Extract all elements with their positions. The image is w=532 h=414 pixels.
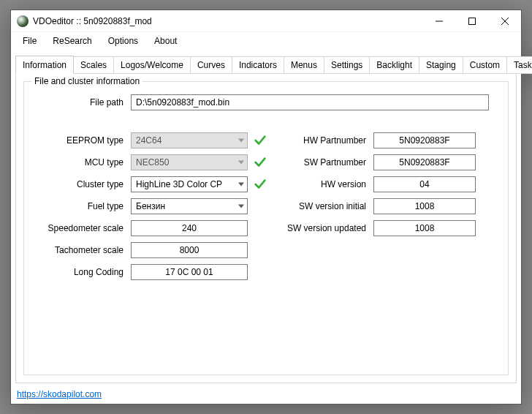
file-path-field[interactable]: D:\5n0920883f_mod.bin <box>131 94 489 110</box>
titlebar: VDOeditor :: 5n0920883f_mod <box>11 10 521 32</box>
speedometer-scale-field[interactable]: 240 <box>131 220 248 236</box>
footer-link[interactable]: https://skodapilot.com <box>17 389 102 399</box>
menu-about[interactable]: About <box>147 34 184 49</box>
cluster-type-value: HighLine 3D Color CP <box>136 179 222 189</box>
mcu-type-value: NEC850 <box>136 157 169 168</box>
maximize-icon <box>468 18 476 25</box>
long-coding-field[interactable]: 17 0C 00 01 <box>131 264 248 280</box>
fieldset-legend: File and cluster information <box>31 76 142 86</box>
tabstrip: Information Scales Logos/Welcome Curves … <box>15 56 517 74</box>
tab-backlight[interactable]: Backlight <box>369 56 419 74</box>
tab-indicators[interactable]: Indicators <box>232 56 284 74</box>
sw-version-updated-field[interactable]: 1008 <box>373 220 476 236</box>
label-cluster-type: Cluster type <box>36 179 131 189</box>
fuel-type-combo[interactable]: Бензин <box>131 198 248 214</box>
tab-information[interactable]: Information <box>15 56 74 74</box>
long-coding-value: 17 0C 00 01 <box>165 267 213 277</box>
sw-version-initial-value: 1008 <box>415 201 435 211</box>
hw-version-field[interactable]: 04 <box>373 176 476 192</box>
sw-version-initial-field[interactable]: 1008 <box>373 198 476 214</box>
sw-version-updated-value: 1008 <box>415 223 435 233</box>
tachometer-scale-field[interactable]: 8000 <box>131 242 248 258</box>
tab-scales[interactable]: Scales <box>73 56 114 74</box>
app-icon <box>17 15 28 27</box>
label-sw-version-updated: SW version updated <box>284 223 373 233</box>
sw-partnumber-field[interactable]: 5N0920883F <box>373 154 476 170</box>
hw-version-value: 04 <box>419 179 429 189</box>
file-path-value: D:\5n0920883f_mod.bin <box>136 97 229 108</box>
tab-panel-information: File and cluster information File path D… <box>15 73 517 383</box>
right-column: HW Partnumber 5N0920883F SW Partnumber 5… <box>284 132 476 281</box>
minimize-button[interactable] <box>422 10 455 32</box>
menu-research[interactable]: ReSearch <box>45 34 99 49</box>
label-eeprom-type: EEPROM type <box>36 135 131 146</box>
fieldset-file-cluster: File and cluster information File path D… <box>23 81 509 375</box>
chevron-down-icon <box>238 139 244 143</box>
tab-curves[interactable]: Curves <box>190 56 232 74</box>
mcu-type-combo: NEC850 <box>131 154 248 170</box>
tab-tasks[interactable]: Tasks <box>506 56 532 74</box>
tab-logos[interactable]: Logos/Welcome <box>113 56 191 74</box>
label-fuel-type: Fuel type <box>36 201 131 211</box>
menubar: File ReSearch Options About <box>11 32 521 52</box>
eeprom-type-combo: 24C64 <box>131 132 248 148</box>
left-column: EEPROM type 24C64 MCU type NEC850 <box>36 132 267 281</box>
close-icon <box>501 18 509 25</box>
label-hw-partnumber: HW Partnumber <box>284 135 373 146</box>
chevron-down-icon <box>238 205 244 208</box>
label-tachometer-scale: Tachometer scale <box>36 245 131 255</box>
close-button[interactable] <box>488 10 521 32</box>
tab-settings[interactable]: Settings <box>324 56 370 74</box>
tab-staging[interactable]: Staging <box>419 56 463 74</box>
label-mcu-type: MCU type <box>36 157 131 168</box>
hw-partnumber-field[interactable]: 5N0920883F <box>373 132 476 148</box>
cluster-type-combo[interactable]: HighLine 3D Color CP <box>131 176 248 192</box>
hw-partnumber-value: 5N0920883F <box>399 135 449 146</box>
tachometer-scale-value: 8000 <box>180 245 200 255</box>
app-window: VDOeditor :: 5n0920883f_mod File ReSearc… <box>10 10 522 404</box>
eeprom-check-icon <box>254 134 267 147</box>
label-sw-partnumber: SW Partnumber <box>284 157 373 168</box>
chevron-down-icon <box>238 161 244 165</box>
minimize-icon <box>436 18 443 25</box>
eeprom-type-value: 24C64 <box>136 135 162 146</box>
mcu-check-icon <box>254 156 267 169</box>
fuel-type-value: Бензин <box>136 201 165 211</box>
label-hw-version: HW version <box>284 179 373 189</box>
label-speedometer-scale: Speedometer scale <box>36 223 131 233</box>
svg-rect-1 <box>468 18 475 24</box>
tab-menus[interactable]: Menus <box>284 56 324 74</box>
cluster-check-icon <box>254 178 267 191</box>
tab-custom[interactable]: Custom <box>463 56 507 74</box>
label-file-path: File path <box>36 97 131 108</box>
chevron-down-icon <box>238 183 244 187</box>
label-sw-version-initial: SW version initial <box>284 201 373 211</box>
speedometer-scale-value: 240 <box>182 223 197 233</box>
maximize-button[interactable] <box>455 10 488 32</box>
footer: https://skodapilot.com <box>11 386 521 404</box>
label-long-coding: Long Coding <box>36 267 131 277</box>
menu-file[interactable]: File <box>15 34 44 49</box>
sw-partnumber-value: 5N0920883F <box>399 157 449 168</box>
window-title: VDOeditor :: 5n0920883f_mod <box>33 16 152 26</box>
menu-options[interactable]: Options <box>101 34 145 49</box>
